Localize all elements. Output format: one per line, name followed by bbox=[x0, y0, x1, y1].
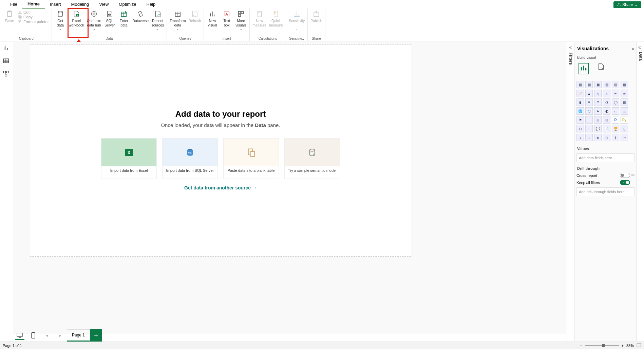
copy-button[interactable]: Copy bbox=[17, 15, 50, 19]
prev-page-button[interactable]: ◂ bbox=[42, 331, 52, 340]
viz-goals[interactable]: 🏆 bbox=[612, 125, 619, 132]
dataverse-button[interactable]: Dataverse bbox=[131, 9, 150, 24]
viz-map[interactable]: 🌐 bbox=[576, 107, 584, 115]
tab-optimize[interactable]: Optimize bbox=[114, 0, 141, 8]
viz-line-col2[interactable]: ⫟ bbox=[612, 90, 619, 97]
sql-server-button[interactable]: SQLSQL Server bbox=[102, 9, 117, 28]
card-import-excel[interactable]: X Import data from Excel bbox=[101, 138, 157, 179]
tab-home[interactable]: Home bbox=[22, 0, 45, 8]
refresh-button[interactable]: Refresh bbox=[187, 9, 202, 24]
data-pane-title[interactable]: Data bbox=[638, 52, 643, 61]
viz-python[interactable]: Py bbox=[621, 116, 628, 124]
viz-automate[interactable]: ⬨ bbox=[585, 134, 593, 141]
viz-100-col[interactable]: ▩ bbox=[621, 81, 628, 88]
card-import-sql[interactable]: SQL Import data from SQL Server bbox=[162, 138, 218, 179]
viz-multi-card[interactable]: ☰ bbox=[621, 107, 628, 115]
fit-page-button[interactable] bbox=[637, 343, 641, 348]
viz-sparkline2[interactable]: ◇ bbox=[603, 134, 610, 141]
tab-insert[interactable]: Insert bbox=[45, 0, 66, 8]
get-data-button[interactable]: Get data⌄ bbox=[53, 9, 68, 32]
enter-data-button[interactable]: Enter data bbox=[117, 9, 131, 28]
expand-data-button[interactable]: « bbox=[638, 44, 641, 50]
text-box-button[interactable]: AText box bbox=[220, 9, 234, 28]
viz-card[interactable]: ▭ bbox=[612, 107, 619, 115]
table-view-button[interactable] bbox=[3, 57, 10, 65]
tab-view[interactable]: View bbox=[94, 0, 114, 8]
viz-slicer[interactable]: ☳ bbox=[585, 116, 593, 124]
viz-matrix[interactable]: ⊟ bbox=[603, 116, 610, 124]
report-page[interactable]: Add data to your report Once loaded, you… bbox=[30, 44, 411, 257]
viz-qna[interactable]: 💬 bbox=[594, 125, 602, 132]
recent-icon bbox=[154, 10, 162, 18]
cut-button[interactable]: Cut bbox=[17, 10, 50, 15]
card-sample-model[interactable]: Try a sample semantic model bbox=[284, 138, 340, 179]
viz-decomposition[interactable]: ⊢ bbox=[585, 125, 593, 132]
format-painter-button[interactable]: Format painter bbox=[17, 19, 50, 24]
viz-clustered-bar[interactable]: ▥ bbox=[585, 81, 593, 88]
tab-help[interactable]: Help bbox=[141, 0, 161, 8]
viz-powerapps[interactable]: ⬧ bbox=[576, 134, 584, 141]
expand-filters-button[interactable]: « bbox=[569, 44, 572, 50]
viz-clustered-col[interactable]: ▧ bbox=[603, 81, 610, 88]
viz-pie[interactable]: ◔ bbox=[603, 98, 610, 106]
viz-100-bar[interactable]: ▨ bbox=[612, 81, 619, 88]
cross-report-toggle[interactable] bbox=[620, 173, 630, 178]
zoom-out-button[interactable]: − bbox=[580, 344, 582, 348]
get-data-another-source-link[interactable]: Get data from another source → bbox=[184, 185, 257, 190]
zoom-in-button[interactable]: + bbox=[622, 344, 624, 348]
tab-modeling[interactable]: Modeling bbox=[66, 0, 94, 8]
page-tab-1[interactable]: Page 1 bbox=[67, 329, 90, 342]
viz-scatter[interactable]: ⠿ bbox=[594, 98, 602, 106]
quick-measure-button[interactable]: Quick measure bbox=[268, 9, 284, 28]
model-view-button[interactable] bbox=[3, 70, 10, 78]
viz-stacked-area[interactable]: △ bbox=[594, 90, 602, 97]
paste-button[interactable]: Paste bbox=[2, 9, 17, 24]
onelake-button[interactable]: OneLake data hub⌄ bbox=[86, 9, 103, 32]
viz-line[interactable]: 📈 bbox=[576, 90, 584, 97]
viz-sparkline1[interactable]: ◈ bbox=[594, 134, 602, 141]
zoom-slider[interactable] bbox=[585, 345, 619, 346]
viz-waterfall[interactable]: ▮ bbox=[576, 98, 584, 106]
drillthrough-drop-zone[interactable]: Add drill-through fields here bbox=[576, 187, 634, 196]
filters-title[interactable]: Filters bbox=[568, 53, 573, 65]
values-drop-zone[interactable]: Add data fields here bbox=[576, 153, 634, 162]
build-visual-mode[interactable] bbox=[579, 63, 589, 74]
viz-key-influencers[interactable]: ⊡ bbox=[576, 125, 584, 132]
report-view-button[interactable] bbox=[3, 44, 10, 52]
viz-filled-map[interactable]: ⬡ bbox=[585, 107, 593, 115]
viz-get-more[interactable]: ⋯ bbox=[621, 134, 628, 141]
share-button[interactable]: Share ⌄ bbox=[613, 1, 641, 8]
format-visual-mode[interactable] bbox=[597, 63, 605, 74]
new-measure-button[interactable]: New measure bbox=[251, 9, 268, 28]
excel-workbook-button[interactable]: XExcel workbook bbox=[68, 9, 86, 28]
viz-treemap[interactable]: ▦ bbox=[621, 98, 628, 106]
viz-kpi[interactable]: ⚑ bbox=[576, 116, 584, 124]
viz-ribbon[interactable]: ≋ bbox=[621, 90, 628, 97]
add-page-button[interactable]: + bbox=[90, 329, 102, 342]
next-page-button[interactable]: ▸ bbox=[56, 331, 65, 340]
collapse-viz-button[interactable]: » bbox=[632, 46, 634, 51]
viz-r-script[interactable]: R bbox=[612, 116, 619, 124]
viz-funnel[interactable]: ▼ bbox=[585, 98, 593, 106]
viz-line-col[interactable]: ⫠ bbox=[603, 90, 610, 97]
desktop-layout-button[interactable] bbox=[15, 331, 24, 340]
viz-sparkline3[interactable]: ⟫ bbox=[612, 134, 619, 141]
more-visuals-button[interactable]: More visuals⌄ bbox=[234, 9, 248, 32]
mobile-layout-button[interactable] bbox=[29, 331, 38, 340]
viz-donut[interactable]: ◯ bbox=[612, 98, 619, 106]
viz-table[interactable]: ⊞ bbox=[594, 116, 602, 124]
viz-paginated[interactable]: ▯ bbox=[621, 125, 628, 132]
transform-data-button[interactable]: Transform data⌄ bbox=[168, 9, 187, 32]
publish-button[interactable]: Publish bbox=[309, 9, 323, 24]
viz-stacked-col[interactable]: ▦ bbox=[594, 81, 602, 88]
card-paste-blank[interactable]: Paste data into a blank table bbox=[223, 138, 279, 179]
tab-file[interactable]: File bbox=[5, 0, 22, 8]
viz-azure-map[interactable]: ➤ bbox=[594, 107, 602, 115]
viz-narrative[interactable]: 📄 bbox=[603, 125, 610, 132]
new-visual-button[interactable]: New visual bbox=[205, 9, 220, 28]
sensitivity-button[interactable]: Sensitivity⌄ bbox=[287, 9, 306, 32]
viz-area[interactable]: ▲ bbox=[585, 90, 593, 97]
viz-gauge[interactable]: ◐ bbox=[603, 107, 610, 115]
viz-stacked-bar[interactable]: ▤ bbox=[576, 81, 584, 88]
recent-sources-button[interactable]: Recent sources⌄ bbox=[150, 9, 165, 32]
